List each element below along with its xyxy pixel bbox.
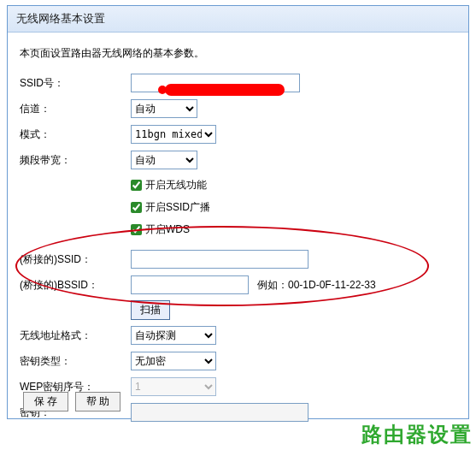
addr-format-select[interactable]: 自动探测: [131, 326, 216, 345]
label-ssid: SSID号：: [20, 76, 131, 91]
bridge-ssid-input[interactable]: [131, 250, 309, 269]
button-bar: 保 存 帮 助: [15, 387, 132, 418]
row-channel: 信道： 自动: [20, 98, 456, 119]
panel-title: 无线网络基本设置: [8, 6, 468, 33]
label-addr-format: 无线地址格式：: [20, 329, 131, 343]
enable-wds-checkbox[interactable]: [131, 224, 142, 235]
enable-wds-label: 开启WDS: [145, 222, 190, 237]
bssid-example: 例如：00-1D-0F-11-22-33: [257, 278, 376, 293]
panel-body: 本页面设置路由器无线网络的基本参数。 SSID号： 信道： 自动 模式： 11b…: [8, 33, 468, 423]
label-key-type: 密钥类型：: [20, 354, 131, 369]
key-input: [131, 403, 309, 422]
panel-description: 本页面设置路由器无线网络的基本参数。: [20, 46, 456, 61]
key-type-select[interactable]: 无加密: [131, 352, 216, 370]
watermark: 路由器设置: [361, 421, 473, 448]
row-bandwidth: 频段带宽： 自动: [20, 150, 456, 170]
label-channel: 信道：: [20, 102, 131, 116]
enable-wifi-label: 开启无线功能: [145, 178, 207, 192]
row-mode: 模式： 11bgn mixed: [20, 124, 456, 145]
row-bridge-bssid: (桥接的)BSSID： 例如：00-1D-0F-11-22-33: [20, 275, 456, 295]
help-button[interactable]: 帮 助: [75, 392, 120, 412]
bandwidth-select[interactable]: 自动: [131, 151, 197, 169]
row-addr-format: 无线地址格式： 自动探测: [20, 325, 456, 346]
settings-panel: 无线网络基本设置 本页面设置路由器无线网络的基本参数。 SSID号： 信道： 自…: [7, 5, 469, 419]
mode-select[interactable]: 11bgn mixed: [131, 125, 216, 144]
bridge-bssid-input[interactable]: [131, 275, 249, 294]
channel-select[interactable]: 自动: [131, 99, 197, 118]
enable-wifi-checkbox[interactable]: [131, 180, 142, 191]
label-bridge-ssid: (桥接的)SSID：: [20, 252, 131, 267]
label-mode: 模式：: [20, 127, 131, 142]
wep-key-index-select: 1: [131, 377, 216, 396]
enable-ssid-broadcast-checkbox[interactable]: [131, 202, 142, 213]
row-enable-wifi: 开启无线功能: [131, 175, 456, 194]
row-bridge-ssid: (桥接的)SSID：: [20, 249, 456, 269]
save-button[interactable]: 保 存: [23, 392, 68, 412]
label-bridge-bssid: (桥接的)BSSID：: [20, 278, 131, 293]
label-bandwidth: 频段带宽：: [20, 153, 131, 168]
scan-button[interactable]: 扫描: [131, 300, 170, 320]
redaction-mark: [165, 84, 285, 96]
row-key-type: 密钥类型： 无加密: [20, 351, 456, 371]
enable-ssid-broadcast-label: 开启SSID广播: [145, 200, 210, 215]
row-enable-wds: 开启WDS: [131, 220, 456, 239]
row-enable-ssid-broadcast: 开启SSID广播: [131, 198, 456, 216]
